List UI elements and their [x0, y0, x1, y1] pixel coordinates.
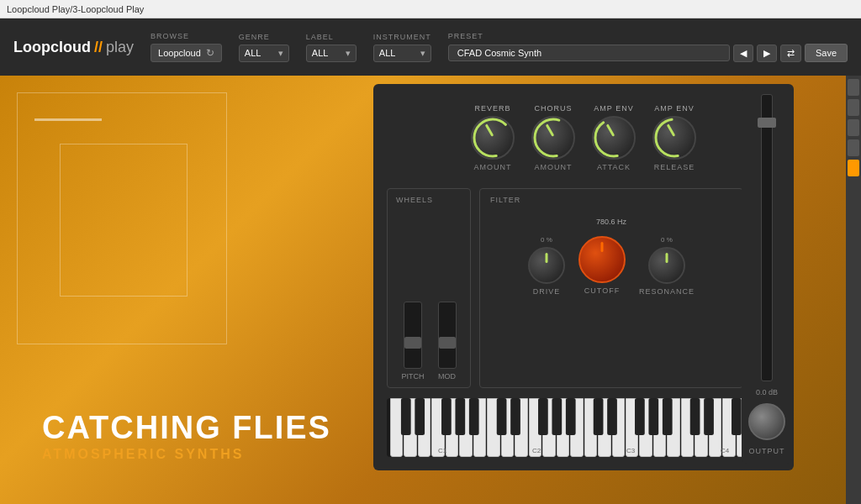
svg-rect-20 — [704, 398, 714, 435]
hero-subtitle: ATMOSPHERIC SYNTHS — [42, 447, 331, 462]
logo-loopcloud: Loopcloud — [13, 39, 91, 56]
svg-rect-12 — [552, 398, 562, 435]
shuffle-button[interactable]: ⇄ — [780, 45, 801, 62]
filter-label: FILTER — [490, 196, 520, 204]
cutoff-label: CUTOFF — [584, 286, 620, 295]
svg-point-1 — [535, 119, 572, 156]
browse-section: BROWSE Loopcloud ↻ — [151, 32, 222, 62]
side-btn-orange[interactable] — [848, 160, 859, 176]
label-dropdown[interactable]: ALL — [306, 45, 357, 62]
amp-release-group: AMP ENV RELEASE — [652, 104, 696, 171]
chorus-group: CHORUS AMOUNT — [531, 104, 575, 171]
genre-label: Genre — [239, 33, 289, 41]
svg-point-3 — [656, 119, 693, 156]
save-button[interactable]: Save — [805, 44, 848, 62]
titlebar: Loopcloud Play/3-Loopcloud Play — [0, 0, 861, 18]
amp-attack-label-bottom: ATTACK — [597, 163, 631, 171]
side-panel — [846, 76, 861, 504]
svg-rect-9 — [497, 398, 507, 435]
mod-slider[interactable] — [438, 302, 457, 369]
wheels-label: WHEELS — [396, 196, 462, 204]
instrument-value: ALL — [379, 48, 396, 58]
mod-wheel-group: MOD — [438, 302, 457, 381]
preset-next-button[interactable]: ▶ — [757, 45, 777, 62]
logo-slash: // — [94, 39, 103, 56]
output-section: 0.0 dB OUTPUT — [742, 86, 792, 464]
piano-label-c4: C4 — [721, 447, 729, 454]
topbar: Loopcloud // play BROWSE Loopcloud ↻ Gen… — [0, 18, 861, 76]
mod-label: MOD — [438, 372, 456, 381]
amp-attack-group: AMP ENV ATTACK — [592, 104, 636, 171]
svg-rect-11 — [538, 398, 548, 435]
refresh-icon[interactable]: ↻ — [206, 47, 214, 59]
output-fader-handle — [758, 118, 776, 128]
cutoff-knob[interactable] — [578, 236, 626, 283]
resonance-value: 0 % — [661, 236, 673, 244]
amp-release-knob[interactable] — [652, 116, 696, 160]
drive-group: 0 % DRIVE — [528, 236, 565, 296]
reverb-label-top: REVERB — [474, 104, 510, 113]
reverb-knob[interactable] — [471, 116, 515, 160]
instrument-section: Instrument ALL — [373, 33, 431, 62]
svg-rect-10 — [510, 398, 520, 435]
piano-label-c2: C2 — [532, 447, 541, 454]
chorus-label-bottom: AMOUNT — [535, 163, 573, 171]
filter-header: FILTER — [490, 196, 732, 204]
side-btn-1[interactable] — [848, 79, 859, 96]
middle-section: WHEELS PITCH MOD — [387, 188, 780, 388]
wheels-row: PITCH MOD — [396, 209, 462, 381]
browse-box[interactable]: Loopcloud ↻ — [151, 44, 222, 62]
resonance-label: RESONANCE — [639, 287, 695, 296]
output-knob[interactable] — [748, 403, 785, 440]
svg-rect-8 — [469, 398, 479, 435]
preset-prev-button[interactable]: ◀ — [733, 45, 753, 62]
knobs-row: REVERB AMOUNT CHORUS AMOUNT AMP ENV ATTA… — [387, 97, 780, 178]
drive-label: DRIVE — [533, 287, 561, 296]
pitch-wheel-group: PITCH — [402, 302, 425, 381]
preset-box[interactable]: CFAD Cosmic Synth — [448, 45, 730, 61]
piano-label-c3: C3 — [626, 447, 635, 454]
pitch-label: PITCH — [402, 372, 425, 381]
piano-labels: C1 C2 C3 C4 — [387, 447, 780, 454]
browse-value: Loopcloud — [158, 48, 201, 58]
svg-point-0 — [474, 119, 511, 156]
preset-value: CFAD Cosmic Synth — [457, 48, 541, 58]
svg-rect-7 — [455, 398, 465, 435]
amp-attack-knob[interactable] — [592, 116, 636, 160]
filter-hz-display: 780.6 Hz — [490, 213, 732, 228]
browse-label: BROWSE — [151, 32, 222, 40]
pitch-slider[interactable] — [404, 302, 422, 369]
mod-slider-thumb — [439, 337, 456, 349]
svg-rect-17 — [648, 398, 658, 435]
svg-rect-16 — [635, 398, 645, 435]
amp-attack-label-top: AMP ENV — [594, 104, 633, 113]
hero-title: CATCHING FLIES — [42, 412, 331, 444]
pitch-slider-thumb — [404, 337, 421, 349]
reverb-group: REVERB AMOUNT — [471, 104, 515, 171]
chorus-knob[interactable] — [531, 116, 575, 160]
svg-rect-19 — [690, 398, 700, 435]
label-value: ALL — [312, 48, 329, 58]
svg-rect-15 — [607, 398, 617, 435]
wheels-section: WHEELS PITCH MOD — [387, 188, 471, 388]
filter-knobs-row: 0 % DRIVE CUTOFF 0 % RESONANCE — [490, 233, 732, 299]
genre-value: ALL — [245, 48, 261, 58]
side-btn-3[interactable] — [848, 119, 859, 136]
preset-label: Preset — [448, 32, 848, 40]
resonance-group: 0 % RESONANCE — [639, 236, 695, 296]
reverb-label-bottom: AMOUNT — [474, 163, 512, 171]
output-volume-fader[interactable] — [761, 94, 773, 381]
side-btn-4[interactable] — [848, 139, 859, 156]
svg-rect-13 — [566, 398, 576, 435]
side-btn-2[interactable] — [848, 99, 859, 116]
drive-knob[interactable] — [528, 247, 565, 284]
synth-panel: REVERB AMOUNT CHORUS AMOUNT AMP ENV ATTA… — [373, 84, 794, 470]
instrument-dropdown[interactable]: ALL — [373, 45, 431, 62]
preset-row: CFAD Cosmic Synth ◀ ▶ ⇄ Save — [448, 44, 848, 62]
svg-rect-6 — [441, 398, 452, 435]
titlebar-text: Loopcloud Play/3-Loopcloud Play — [7, 4, 144, 14]
browse-control: Loopcloud ↻ — [151, 44, 222, 62]
resonance-knob[interactable] — [648, 247, 685, 284]
genre-dropdown[interactable]: ALL — [239, 45, 289, 62]
logo: Loopcloud // play — [13, 39, 134, 56]
